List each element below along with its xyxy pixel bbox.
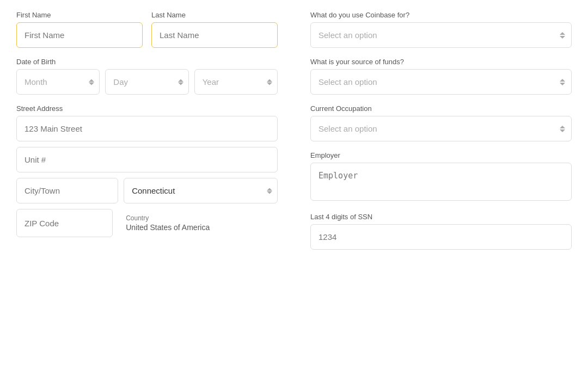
- funds-group: What is your source of funds? Select an …: [310, 58, 572, 95]
- day-select[interactable]: Day: [105, 69, 188, 95]
- day-select-wrap: Day: [105, 69, 188, 95]
- state-select[interactable]: Connecticut: [124, 178, 278, 203]
- funds-label: What is your source of funds?: [310, 58, 572, 66]
- employer-label: Employer: [310, 151, 572, 159]
- funds-select-wrap: Select an option: [310, 69, 572, 95]
- employer-group: Employer: [310, 151, 572, 203]
- zip-country-row: Country United States of America: [16, 209, 278, 237]
- year-select[interactable]: Year: [194, 69, 278, 95]
- country-value: United States of America: [126, 223, 270, 232]
- year-select-wrap: Year: [194, 69, 278, 95]
- dob-group: Date of Birth Month Day: [16, 58, 278, 95]
- country-label: Country: [126, 214, 270, 222]
- occupation-group: Current Occupation Select an option: [310, 104, 572, 141]
- occupation-label: Current Occupation: [310, 104, 572, 113]
- unit-input[interactable]: [16, 147, 278, 172]
- month-select-wrap: Month: [16, 69, 100, 95]
- funds-select[interactable]: Select an option: [310, 69, 572, 95]
- ssn-group: Last 4 digits of SSN: [310, 213, 572, 250]
- coinbase-select-wrap: Select an option: [310, 22, 572, 48]
- city-input[interactable]: [16, 178, 118, 203]
- street-label: Street Address: [16, 104, 278, 113]
- dob-label: Date of Birth: [16, 58, 278, 66]
- ssn-label: Last 4 digits of SSN: [310, 213, 572, 221]
- state-select-wrap: Connecticut: [124, 178, 278, 203]
- coinbase-use-group: What do you use Coinbase for? Select an …: [310, 11, 572, 48]
- country-display: Country United States of America: [118, 209, 278, 237]
- dob-row: Month Day: [16, 69, 278, 95]
- coinbase-use-label: What do you use Coinbase for?: [310, 11, 572, 19]
- last-name-group: Last Name: [151, 11, 278, 48]
- city-state-row: Connecticut: [16, 178, 278, 203]
- first-name-group: First Name: [16, 11, 143, 48]
- last-name-input[interactable]: [151, 22, 278, 48]
- first-name-input[interactable]: [16, 22, 143, 48]
- occupation-select[interactable]: Select an option: [310, 116, 572, 141]
- month-select[interactable]: Month: [16, 69, 100, 95]
- first-name-label: First Name: [16, 11, 143, 19]
- employer-input[interactable]: [310, 163, 572, 201]
- street-group: Street Address Connecticut C: [16, 104, 278, 237]
- zip-input[interactable]: [16, 209, 113, 237]
- name-row: First Name Last Name: [16, 11, 278, 58]
- ssn-input[interactable]: [310, 224, 572, 250]
- street-input[interactable]: [16, 116, 278, 141]
- coinbase-use-select[interactable]: Select an option: [310, 22, 572, 48]
- last-name-label: Last Name: [151, 11, 278, 19]
- occupation-select-wrap: Select an option: [310, 116, 572, 141]
